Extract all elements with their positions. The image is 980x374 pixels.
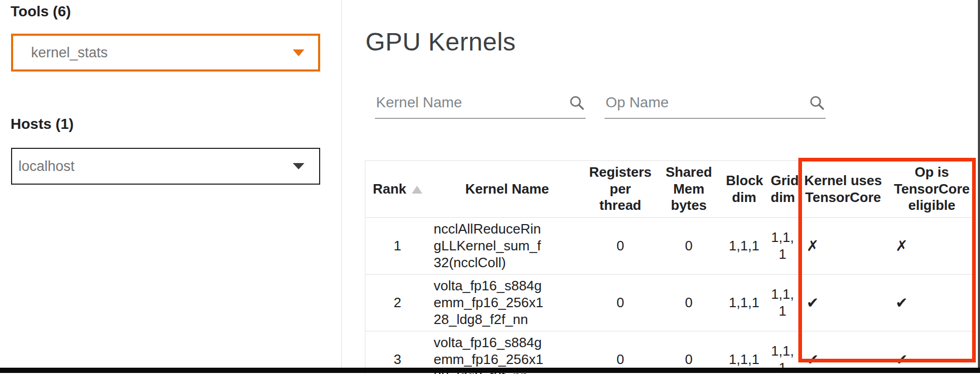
cell-grid-dim: 1,1,1 bbox=[767, 218, 799, 275]
column-header-rank[interactable]: Rank bbox=[365, 161, 430, 218]
cell-block-dim: 1,1,1 bbox=[722, 218, 767, 275]
column-header-kernel-uses-tensorcore[interactable]: Kernel uses TensorCore bbox=[799, 161, 888, 218]
table-header-row: Rank Kernel Name Registers per thread Sh… bbox=[365, 161, 976, 218]
hosts-select[interactable]: localhost bbox=[11, 148, 320, 185]
window-right-edge bbox=[978, 0, 980, 368]
page-title: GPU Kernels bbox=[365, 27, 516, 56]
hosts-section-label: Hosts (1) bbox=[11, 116, 74, 133]
gpu-kernels-table: Rank Kernel Name Registers per thread Sh… bbox=[365, 160, 976, 374]
cell-shared-mem-bytes: 0 bbox=[656, 218, 722, 275]
column-header-registers-per-thread[interactable]: Registers per thread bbox=[585, 161, 656, 218]
cell-grid-dim: 1,1,1 bbox=[767, 275, 799, 331]
cell-shared-mem-bytes: 0 bbox=[656, 275, 722, 331]
table-row: 2 volta_fp16_s884gemm_fp16_256x128_ldg8_… bbox=[365, 275, 976, 331]
column-header-block-dim[interactable]: Block dim bbox=[722, 161, 767, 218]
column-header-grid-dim[interactable]: Grid dim bbox=[767, 161, 799, 218]
cell-kernel-uses-tensorcore: ✔ bbox=[799, 275, 888, 331]
hosts-select-value: localhost bbox=[18, 158, 293, 175]
cell-rank: 1 bbox=[365, 218, 430, 275]
cell-rank: 2 bbox=[365, 275, 430, 331]
cell-registers-per-thread: 0 bbox=[585, 218, 656, 275]
sidebar: Tools (6) kernel_stats Hosts (1) localho… bbox=[0, 0, 341, 368]
column-header-kernel-name[interactable]: Kernel Name bbox=[430, 161, 585, 218]
search-icon bbox=[568, 94, 586, 112]
tools-section-label: Tools (6) bbox=[11, 3, 71, 20]
tools-select-value: kernel_stats bbox=[31, 45, 293, 61]
kernel-name-filter[interactable] bbox=[375, 87, 586, 119]
chevron-down-icon bbox=[293, 163, 304, 169]
sidebar-divider bbox=[341, 0, 342, 368]
cell-op-is-tensorcore-eligible: ✗ bbox=[888, 218, 976, 275]
column-header-shared-mem-bytes[interactable]: Shared Mem bytes bbox=[656, 161, 722, 218]
sort-ascending-icon bbox=[412, 186, 422, 194]
column-header-op-is-tensorcore-eligible[interactable]: Op is TensorCore eligible bbox=[888, 161, 976, 218]
cell-op-is-tensorcore-eligible: ✔ bbox=[888, 275, 976, 331]
cell-block-dim: 1,1,1 bbox=[722, 275, 767, 331]
op-name-filter[interactable] bbox=[605, 87, 826, 119]
cell-registers-per-thread: 0 bbox=[585, 275, 656, 331]
cell-kernel-uses-tensorcore: ✗ bbox=[799, 218, 888, 275]
op-name-input[interactable] bbox=[605, 94, 804, 112]
window-bottom-bar bbox=[0, 368, 980, 373]
tools-select[interactable]: kernel_stats bbox=[11, 34, 320, 72]
table-row: 1 ncclAllReduceRingLLKernel_sum_f32(nccl… bbox=[365, 218, 976, 275]
cell-kernel-name: volta_fp16_s884gemm_fp16_256x128_ldg8_f2… bbox=[430, 275, 585, 331]
chevron-down-icon bbox=[293, 49, 304, 56]
cell-kernel-name: ncclAllReduceRingLLKernel_sum_f32(ncclCo… bbox=[430, 218, 585, 275]
kernel-name-input[interactable] bbox=[375, 94, 563, 112]
search-icon bbox=[808, 94, 826, 112]
